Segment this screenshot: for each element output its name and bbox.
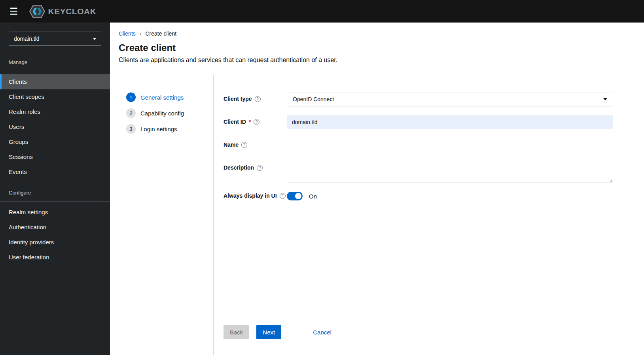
sidebar-item-groups[interactable]: Groups xyxy=(0,134,110,149)
next-button[interactable]: Next xyxy=(256,325,281,339)
step-label: Capability config xyxy=(140,110,184,117)
client-type-selected-value: OpenID Connect xyxy=(293,96,334,102)
description-label: Description xyxy=(224,164,254,171)
form-row-client-id: Client ID * ? xyxy=(224,115,613,129)
sidebar-item-realm-roles[interactable]: Realm roles xyxy=(0,104,110,119)
form-row-always-display: Always display in UI ? On xyxy=(224,192,613,200)
required-asterisk: * xyxy=(249,119,251,125)
realm-selector-value: domain.tld xyxy=(14,36,40,42)
nav-section-configure-title: Configure xyxy=(0,190,110,202)
page-subtitle: Clients are applications and services th… xyxy=(119,57,635,64)
help-icon[interactable]: ? xyxy=(254,119,259,125)
help-icon[interactable]: ? xyxy=(255,96,261,102)
name-label: Name xyxy=(224,142,239,148)
breadcrumb: Clients › Create client xyxy=(119,30,635,37)
wizard-step-login-settings[interactable]: 3 Login settings xyxy=(126,124,213,134)
client-id-label-group: Client ID * ? xyxy=(224,115,287,125)
client-type-control: OpenID Connect xyxy=(287,92,613,106)
client-type-label: Client type xyxy=(224,96,252,102)
sidebar-item-events[interactable]: Events xyxy=(0,164,110,179)
description-label-group: Description ? xyxy=(224,161,287,171)
step-number-badge: 3 xyxy=(126,124,136,134)
sidebar-item-clients[interactable]: Clients xyxy=(0,74,110,89)
toggle-knob xyxy=(295,193,301,199)
always-display-label: Always display in UI xyxy=(224,193,277,199)
always-display-toggle[interactable] xyxy=(287,192,303,200)
client-id-input[interactable] xyxy=(287,115,613,129)
name-control xyxy=(287,138,613,152)
form-row-client-type: Client type ? OpenID Connect xyxy=(224,92,613,106)
sidebar-item-identity-providers[interactable]: Identity providers xyxy=(0,235,110,250)
header: ☰ KEYCLOAK xyxy=(0,0,644,23)
chevron-right-icon: › xyxy=(140,30,142,37)
description-control xyxy=(287,161,613,183)
nav-section-configure: Configure Realm settings Authentication … xyxy=(0,190,110,265)
page-title: Create client xyxy=(119,42,635,53)
keycloak-logo-icon xyxy=(29,5,45,18)
create-client-wizard: 1 General settings 2 Capability config 3… xyxy=(110,75,644,355)
general-settings-form: Client type ? OpenID Connect xyxy=(224,92,613,209)
sidebar-item-realm-settings[interactable]: Realm settings xyxy=(0,205,110,220)
name-input[interactable] xyxy=(287,138,613,152)
form-row-name: Name ? xyxy=(224,138,613,152)
breadcrumb-current: Create client xyxy=(145,30,176,37)
nav-toggle-button[interactable]: ☰ xyxy=(9,7,18,16)
name-label-group: Name ? xyxy=(224,138,287,148)
sidebar-item-user-federation[interactable]: User federation xyxy=(0,250,110,265)
sidebar-item-client-scopes[interactable]: Client scopes xyxy=(0,89,110,104)
client-type-label-group: Client type ? xyxy=(224,92,287,102)
back-button[interactable]: Back xyxy=(224,325,249,339)
sidebar-item-sessions[interactable]: Sessions xyxy=(0,149,110,164)
wizard-footer: Back Next Cancel xyxy=(224,325,613,355)
always-display-control: On xyxy=(287,192,613,200)
step-label: Login settings xyxy=(140,126,177,132)
nav-section-manage-title: Manage xyxy=(0,59,110,71)
sidebar-item-users[interactable]: Users xyxy=(0,119,110,134)
shell: domain.tld Manage Clients Client scopes … xyxy=(0,23,644,355)
app-root: ☰ KEYCLOAK domain.tld Manage Clients Cli… xyxy=(0,0,644,355)
toggle-state-label: On xyxy=(309,193,317,200)
realm-selector[interactable]: domain.tld xyxy=(9,32,101,46)
main-content: Clients › Create client Create client Cl… xyxy=(110,23,644,355)
client-id-label: Client ID xyxy=(224,119,246,125)
step-number-badge: 1 xyxy=(126,93,136,102)
description-textarea[interactable] xyxy=(287,161,613,183)
help-icon[interactable]: ? xyxy=(280,193,286,199)
step-label: General settings xyxy=(140,94,184,101)
form-row-description: Description ? xyxy=(224,161,613,183)
wizard-step-capability-config[interactable]: 2 Capability config xyxy=(126,108,213,118)
client-id-control xyxy=(287,115,613,129)
keycloak-logo: KEYCLOAK xyxy=(29,5,97,18)
nav-section-manage: Manage Clients Client scopes Realm roles… xyxy=(0,59,110,179)
nav-list-configure: Realm settings Authentication Identity p… xyxy=(0,205,110,265)
nav-list-manage: Clients Client scopes Realm roles Users … xyxy=(0,74,110,179)
sidebar-item-authentication[interactable]: Authentication xyxy=(0,220,110,235)
help-icon[interactable]: ? xyxy=(257,165,263,171)
help-icon[interactable]: ? xyxy=(241,142,247,148)
breadcrumb-link-clients[interactable]: Clients xyxy=(119,30,136,37)
step-number-badge: 2 xyxy=(126,108,136,118)
wizard-step-general-settings[interactable]: 1 General settings xyxy=(126,93,213,102)
client-type-select[interactable]: OpenID Connect xyxy=(287,92,613,106)
chevron-down-icon xyxy=(93,38,96,40)
page-header: Clients › Create client Create client Cl… xyxy=(110,23,644,75)
sidebar: domain.tld Manage Clients Client scopes … xyxy=(0,23,110,355)
always-display-label-group: Always display in UI ? xyxy=(224,192,287,199)
cancel-button[interactable]: Cancel xyxy=(307,325,338,339)
wizard-body: Client type ? OpenID Connect xyxy=(214,75,644,355)
always-display-toggle-group: On xyxy=(287,192,613,200)
chevron-down-icon xyxy=(603,98,607,100)
keycloak-logo-text: KEYCLOAK xyxy=(48,7,97,16)
wizard-step-nav: 1 General settings 2 Capability config 3… xyxy=(110,75,214,355)
